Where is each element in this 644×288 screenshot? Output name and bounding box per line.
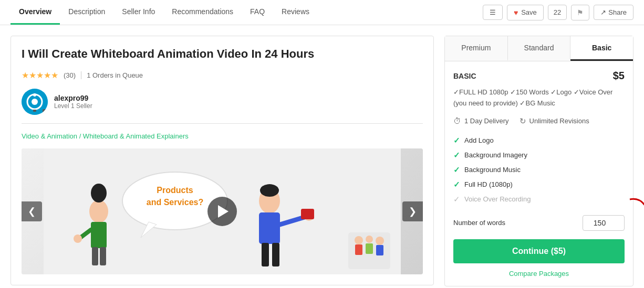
video-area: Products and Services? <box>22 148 423 274</box>
nav-tabs: Overview Description Seller Info Recomme… <box>11 0 318 25</box>
feature-label: Add Logo <box>464 136 494 144</box>
orders-queue: 1 Orders in Queue <box>81 71 143 79</box>
package-label: BASIC <box>453 72 476 80</box>
seller-row: 1 alexpro99 Level 1 Seller <box>22 89 423 124</box>
left-panel: I Will Create Whiteboard Animation Video… <box>11 36 434 285</box>
tab-premium[interactable]: Premium <box>445 36 508 61</box>
share-icon: ↗ <box>600 8 606 16</box>
breadcrumb-separator: / <box>79 132 83 140</box>
page-wrapper: Overview Description Seller Info Recomme… <box>0 0 644 288</box>
save-count: 22 <box>548 5 567 20</box>
seller-info: alexpro99 Level 1 Seller <box>54 94 92 110</box>
heart-icon: ♥ <box>514 8 518 17</box>
feature-bg-music: ✓ Background Music <box>453 163 625 177</box>
feature-full-hd: ✓ Full HD (1080p) <box>453 177 625 192</box>
svg-rect-18 <box>259 212 280 244</box>
continue-button[interactable]: Continue ($5) <box>453 239 625 263</box>
red-arrow-indicator <box>627 197 644 218</box>
play-button[interactable] <box>207 197 237 226</box>
flag-button[interactable]: ⚑ <box>571 5 589 20</box>
tab-seller-info[interactable]: Seller Info <box>113 0 163 25</box>
star-rating: ★★★★★ <box>22 70 58 80</box>
words-input-wrapper <box>583 215 625 231</box>
compare-packages-link[interactable]: Compare Packages <box>453 270 625 278</box>
tab-description[interactable]: Description <box>60 0 113 25</box>
share-button[interactable]: ↗ Share <box>594 5 633 20</box>
svg-rect-4 <box>33 110 36 112</box>
svg-point-29 <box>366 236 373 243</box>
prev-arrow[interactable]: ❮ <box>22 201 42 221</box>
words-input[interactable] <box>583 215 625 231</box>
right-panel: Premium Standard Basic BASIC $5 ✓FULL HD… <box>444 36 633 286</box>
tab-overview[interactable]: Overview <box>11 0 60 25</box>
package-header: BASIC $5 <box>453 70 625 82</box>
check-icon: ✓ <box>453 165 460 175</box>
svg-point-3 <box>33 93 36 97</box>
svg-rect-31 <box>355 244 362 255</box>
level-badge: 1 <box>43 109 48 115</box>
svg-rect-24 <box>272 243 279 266</box>
feature-label: Background Music <box>464 166 521 174</box>
gig-card: I Will Create Whiteboard Animation Video… <box>11 36 434 285</box>
svg-text:and Services?: and Services? <box>147 198 204 207</box>
rating-count: (30) <box>64 71 76 79</box>
share-label: Share <box>608 8 627 16</box>
seller-name: alexpro99 <box>54 94 92 102</box>
svg-text:Products: Products <box>157 186 193 195</box>
svg-point-30 <box>376 237 384 245</box>
package-meta: ⏱ 1 Day Delivery ↻ Unlimited Revisions <box>453 116 625 126</box>
save-label: Save <box>521 8 537 16</box>
tab-basic[interactable]: Basic <box>570 36 633 61</box>
words-row: Number of words <box>453 215 625 231</box>
feature-voice-over: ✓ Voice Over Recording <box>453 192 625 207</box>
svg-point-6 <box>89 200 108 223</box>
category-link[interactable]: Video & Animation <box>22 132 77 140</box>
breadcrumb: Video & Animation / Whiteboard & Animate… <box>22 132 423 140</box>
tab-recommendations[interactable]: Recommendations <box>163 0 242 25</box>
package-price: $5 <box>613 70 625 82</box>
svg-rect-12 <box>100 247 106 265</box>
svg-rect-33 <box>376 245 383 255</box>
menu-button[interactable]: ☰ <box>483 5 503 20</box>
seller-level: Level 1 Seller <box>54 102 92 110</box>
play-icon <box>218 205 228 218</box>
feature-bg-imagery: ✓ Background Imagery <box>453 148 625 163</box>
delivery-label: 1 Day Delivery <box>464 117 509 125</box>
svg-point-28 <box>355 236 363 244</box>
subcategory-link[interactable]: Whiteboard & Animated Explainers <box>83 132 189 140</box>
package-features-text: ✓FULL HD 1080p ✓150 Words ✓Logo ✓Voice O… <box>453 87 625 109</box>
package-body: BASIC $5 ✓FULL HD 1080p ✓150 Words ✓Logo… <box>445 61 633 286</box>
svg-rect-7 <box>91 222 107 248</box>
check-icon-disabled: ✓ <box>453 195 460 204</box>
package-tabs: Premium Standard Basic <box>445 36 633 61</box>
save-button[interactable]: ♥ Save <box>507 5 544 20</box>
clock-icon: ⏱ <box>453 116 461 125</box>
feature-label: Background Imagery <box>464 151 527 159</box>
refresh-icon: ↻ <box>520 116 526 126</box>
feature-add-logo: ✓ Add Logo <box>453 133 625 148</box>
top-navigation: Overview Description Seller Info Recomme… <box>0 0 644 25</box>
svg-point-8 <box>91 184 107 202</box>
package-card: Premium Standard Basic BASIC $5 ✓FULL HD… <box>444 36 633 286</box>
next-arrow[interactable]: ❯ <box>402 201 423 221</box>
words-label: Number of words <box>453 219 505 227</box>
revisions-meta: ↻ Unlimited Revisions <box>520 116 589 126</box>
svg-rect-11 <box>92 247 98 265</box>
tab-standard[interactable]: Standard <box>508 36 571 61</box>
svg-rect-22 <box>301 209 314 219</box>
feature-label: Full HD (1080p) <box>464 180 513 188</box>
avatar: 1 <box>22 89 48 115</box>
svg-rect-32 <box>366 243 373 254</box>
nav-actions: ☰ ♥ Save 22 ⚑ ↗ Share <box>483 5 633 20</box>
gig-title: I Will Create Whiteboard Animation Video… <box>22 47 423 62</box>
svg-point-19 <box>260 184 279 197</box>
feature-label: Voice Over Recording <box>464 195 531 203</box>
content-area: I Will Create Whiteboard Animation Video… <box>0 25 644 288</box>
delivery-meta: ⏱ 1 Day Delivery <box>453 116 509 125</box>
tab-faq[interactable]: FAQ <box>242 0 273 25</box>
rating-row: ★★★★★ (30) 1 Orders in Queue <box>22 70 423 80</box>
svg-point-10 <box>74 234 82 243</box>
svg-point-2 <box>32 99 38 105</box>
tab-reviews[interactable]: Reviews <box>273 0 318 25</box>
video-placeholder: Products and Services? <box>22 148 423 274</box>
